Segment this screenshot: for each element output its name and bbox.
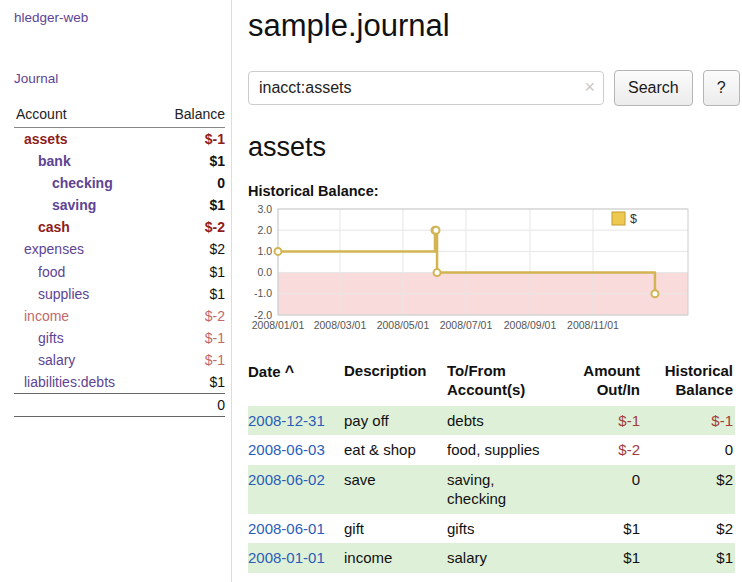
register-row[interactable]: 2008-01-01 income salary $1 $1 — [248, 543, 735, 573]
account-row-checking: checking 0 — [14, 172, 225, 194]
account-link-checking[interactable]: checking — [52, 175, 113, 191]
transaction-balance: $-1 — [642, 406, 735, 436]
transaction-accounts: debts — [447, 406, 563, 436]
svg-text:2.0: 2.0 — [257, 224, 272, 236]
chart-title: Historical Balance: — [248, 183, 735, 199]
register-row[interactable]: 2008-06-02 save saving, checking 0 $2 — [248, 465, 735, 514]
account-row-bank: bank $1 — [14, 150, 225, 172]
transaction-description: gift — [344, 514, 447, 544]
historical-balance-chart: 3.02.01.00.0-1.0-2.02008/01/012008/03/01… — [248, 203, 700, 345]
account-balance: $-1 — [155, 128, 225, 151]
transaction-balance: $2 — [642, 514, 735, 544]
sidebar: hledger-web Journal Account Balance asse… — [0, 0, 232, 582]
account-link-food[interactable]: food — [38, 264, 65, 280]
register-header-account: To/From Account(s) — [447, 359, 563, 406]
accounts-header-account: Account — [14, 104, 155, 128]
transaction-description: save — [344, 465, 447, 514]
account-balance: $1 — [155, 283, 225, 305]
page-title: sample.journal — [248, 8, 735, 44]
transaction-amount: 0 — [563, 465, 642, 514]
accounts-table-header-row: Account Balance — [14, 104, 225, 128]
transaction-description: pay off — [344, 406, 447, 436]
transaction-date-link[interactable]: 2008-06-02 — [248, 471, 325, 488]
svg-text:-1.0: -1.0 — [254, 287, 272, 299]
transaction-date-link[interactable]: 2008-12-31 — [248, 412, 325, 429]
transaction-accounts: gifts — [447, 514, 563, 544]
account-balance: $-2 — [155, 216, 225, 238]
account-row-salary: salary $-1 — [14, 349, 225, 371]
register-header-balance: Historical Balance — [642, 359, 735, 406]
register-header-description: Description — [344, 359, 447, 406]
sidebar-item-journal[interactable]: Journal — [14, 71, 225, 86]
account-row-cash: cash $-2 — [14, 216, 225, 238]
svg-text:3.0: 3.0 — [257, 203, 272, 215]
account-link-supplies[interactable]: supplies — [38, 286, 89, 302]
account-balance: $1 — [155, 194, 225, 216]
transaction-date-link[interactable]: 2008-01-01 — [248, 549, 325, 566]
account-link-expenses[interactable]: expenses — [24, 241, 84, 257]
accounts-total-balance: 0 — [155, 394, 225, 417]
account-row-supplies: supplies $1 — [14, 283, 225, 305]
main-content: sample.journal × Search ? assets Histori… — [248, 0, 735, 573]
svg-text:2008/11/01: 2008/11/01 — [567, 319, 619, 331]
account-row-income: income $-2 — [14, 305, 225, 327]
account-link-salary[interactable]: salary — [38, 352, 75, 368]
transaction-description: income — [344, 543, 447, 573]
transaction-date-link[interactable]: 2008-06-03 — [248, 441, 325, 458]
date-header-label: Date — [248, 363, 281, 380]
svg-text:$: $ — [630, 212, 637, 226]
account-balance: $-1 — [155, 349, 225, 371]
account-row-liabilities-debts: liabilities:debts $1 — [14, 371, 225, 394]
account-balance: $-2 — [155, 305, 225, 327]
account-balance: $2 — [155, 238, 225, 260]
register-header-amount: Amount Out/In — [563, 359, 642, 406]
transaction-amount: $-2 — [563, 435, 642, 465]
account-balance: $-1 — [155, 327, 225, 349]
transaction-amount: $1 — [563, 543, 642, 573]
help-button[interactable]: ? — [703, 70, 740, 106]
account-link-bank[interactable]: bank — [38, 153, 71, 169]
svg-text:2008/05/01: 2008/05/01 — [377, 319, 430, 331]
account-row-food: food $1 — [14, 261, 225, 283]
account-link-cash[interactable]: cash — [38, 219, 70, 235]
transaction-date-link[interactable]: 2008-06-01 — [248, 520, 325, 537]
svg-text:0.0: 0.0 — [257, 266, 272, 278]
account-row-assets: assets $-1 — [14, 128, 225, 151]
svg-text:2008/01/01: 2008/01/01 — [252, 319, 305, 331]
search-input[interactable] — [248, 71, 604, 105]
register-header-row: Date ^ Description To/From Account(s) Am… — [248, 359, 735, 406]
account-row-saving: saving $1 — [14, 194, 225, 216]
sort-ascending-icon: ^ — [285, 363, 294, 380]
svg-text:1.0: 1.0 — [257, 245, 272, 257]
register-table: Date ^ Description To/From Account(s) Am… — [248, 359, 735, 573]
accounts-table: Account Balance assets $-1 bank $1 check… — [14, 104, 225, 417]
account-link-liabilities-debts[interactable]: liabilities:debts — [24, 374, 115, 390]
account-heading: assets — [248, 132, 735, 163]
app-title-link[interactable]: hledger-web — [14, 10, 225, 25]
transaction-amount: $-1 — [563, 406, 642, 436]
account-link-saving[interactable]: saving — [52, 197, 96, 213]
account-balance: $1 — [155, 261, 225, 283]
transaction-balance: $2 — [642, 465, 735, 514]
svg-text:2008/03/01: 2008/03/01 — [314, 319, 367, 331]
search-input-wrap: × — [248, 71, 604, 105]
register-header-date[interactable]: Date ^ — [248, 359, 344, 406]
account-link-assets[interactable]: assets — [24, 131, 68, 147]
transaction-accounts: salary — [447, 543, 563, 573]
register-row[interactable]: 2008-06-01 gift gifts $1 $2 — [248, 514, 735, 544]
account-row-gifts: gifts $-1 — [14, 327, 225, 349]
account-link-income[interactable]: income — [24, 308, 69, 324]
search-button[interactable]: Search — [614, 70, 693, 106]
register-row[interactable]: 2008-12-31 pay off debts $-1 $-1 — [248, 406, 735, 436]
svg-text:2008/09/01: 2008/09/01 — [504, 319, 557, 331]
transaction-balance: $1 — [642, 543, 735, 573]
transaction-amount: $1 — [563, 514, 642, 544]
clear-search-icon[interactable]: × — [584, 78, 595, 96]
transaction-balance: 0 — [642, 435, 735, 465]
account-balance: $1 — [155, 150, 225, 172]
accounts-total-row: 0 — [14, 394, 225, 417]
register-row[interactable]: 2008-06-03 eat & shop food, supplies $-2… — [248, 435, 735, 465]
account-link-gifts[interactable]: gifts — [38, 330, 64, 346]
transaction-accounts: saving, checking — [447, 465, 563, 514]
transaction-description: eat & shop — [344, 435, 447, 465]
